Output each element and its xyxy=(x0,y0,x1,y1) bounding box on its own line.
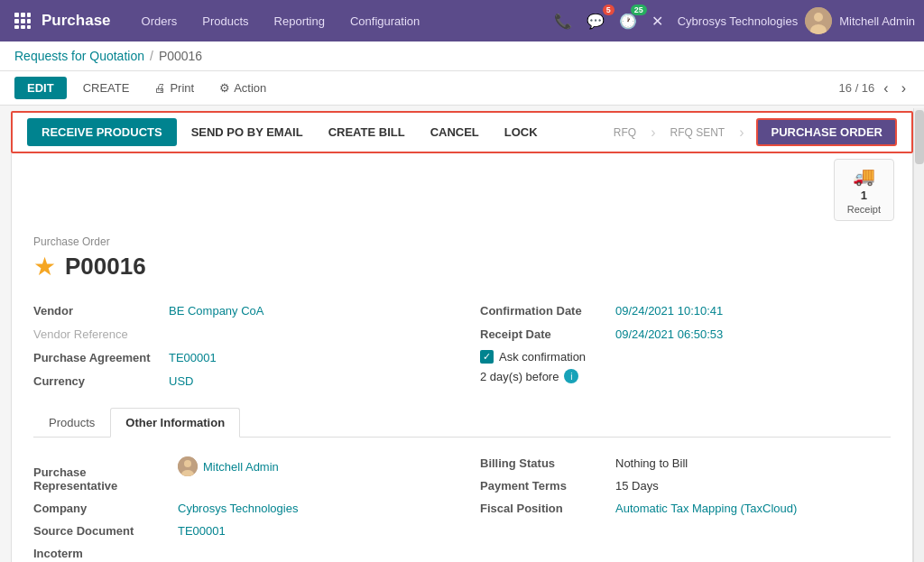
pagination-text: 16 / 16 xyxy=(839,81,875,95)
nav-configuration[interactable]: Configuration xyxy=(337,0,432,41)
company-label: Company xyxy=(33,502,178,515)
company-name: Cybrosys Technologies xyxy=(678,14,798,28)
action-bar: EDIT CREATE 🖨 Print ⚙ Action 16 / 16 ‹ › xyxy=(0,71,924,106)
confirmation-date-row: Confirmation Date 09/24/2021 10:10:41 xyxy=(480,299,891,323)
tab-other-information[interactable]: Other Information xyxy=(110,408,240,438)
cancel-button[interactable]: CANCEL xyxy=(420,120,490,144)
receipt-icon: 🚚 xyxy=(853,165,875,187)
incoterm-label: Incoterm xyxy=(33,547,178,560)
info-icon[interactable]: i xyxy=(564,369,578,383)
billing-status-label: Billing Status xyxy=(480,456,615,470)
purchase-agreement-row: Purchase Agreement TE00001 xyxy=(33,346,444,370)
purchase-agreement-value[interactable]: TE00001 xyxy=(169,351,217,364)
action-label: Action xyxy=(234,81,266,95)
fiscal-position-label: Fiscal Position xyxy=(480,502,615,515)
purchase-rep-label: PurchaseRepresentative xyxy=(33,465,178,493)
source-doc-label: Source Document xyxy=(33,524,178,538)
prev-arrow[interactable]: ‹ xyxy=(880,78,892,98)
scrollbar[interactable] xyxy=(913,108,924,562)
main-content: Purchase Order ★ P00016 Vendor BE Compan… xyxy=(11,221,913,562)
receipt-label: Receipt xyxy=(847,204,881,215)
action-button[interactable]: ⚙ Action xyxy=(210,77,275,99)
currency-value[interactable]: USD xyxy=(169,374,193,388)
status-steps: RFQ › RFQ SENT › xyxy=(601,123,746,143)
rep-row: Mitchell Admin xyxy=(178,456,279,476)
purchase-order-button[interactable]: PURCHASE ORDER xyxy=(756,118,897,146)
currency-label: Currency xyxy=(33,374,169,388)
vendor-ref-label: Vendor Reference xyxy=(33,327,169,341)
vendor-label: Vendor xyxy=(33,304,169,318)
company-value[interactable]: Cybrosys Technologies xyxy=(178,502,298,515)
receive-products-button[interactable]: RECEIVE PRODUCTS xyxy=(27,118,177,146)
payment-terms-row: Payment Terms 15 Days xyxy=(480,474,891,497)
source-doc-value[interactable]: TE00001 xyxy=(178,524,226,538)
print-button[interactable]: 🖨 Print xyxy=(145,77,203,99)
vendor-value[interactable]: BE Company CoA xyxy=(169,304,264,318)
source-doc-row: Source Document TE00001 xyxy=(33,520,444,542)
nav-right: 📞 💬 5 🕐 25 ✕ Cybrosys Technologies Mitch… xyxy=(550,7,915,34)
svg-rect-8 xyxy=(27,25,31,29)
send-po-button[interactable]: SEND PO BY EMAIL xyxy=(180,120,314,144)
tab-products[interactable]: Products xyxy=(33,408,110,438)
grid-icon[interactable] xyxy=(9,7,36,34)
vendor-ref-row: Vendor Reference xyxy=(33,323,444,346)
activity-badge: 25 xyxy=(631,5,647,15)
create-bill-button[interactable]: CREATE BILL xyxy=(318,120,416,144)
nav-products[interactable]: Products xyxy=(189,0,261,41)
purchase-rep-value[interactable]: Mitchell Admin xyxy=(203,460,279,474)
messages-badge-wrap[interactable]: 💬 5 xyxy=(583,9,608,33)
lock-button[interactable]: LOCK xyxy=(494,120,549,144)
next-arrow[interactable]: › xyxy=(898,78,910,98)
svg-rect-0 xyxy=(14,13,19,17)
print-label: Print xyxy=(170,81,194,95)
breadcrumb-sep: / xyxy=(150,49,153,63)
status-rfq: RFQ xyxy=(601,123,649,143)
nav-reporting[interactable]: Reporting xyxy=(262,0,337,41)
phone-icon[interactable]: 📞 xyxy=(550,9,576,33)
receipt-badge[interactable]: 🚚 1 Receipt xyxy=(834,159,894,221)
edit-button[interactable]: EDIT xyxy=(14,77,67,99)
close-icon[interactable]: ✕ xyxy=(648,9,667,33)
tabs-bar: Products Other Information xyxy=(33,408,891,438)
svg-rect-7 xyxy=(21,25,25,29)
svg-rect-6 xyxy=(14,25,19,29)
incoterm-row: Incoterm xyxy=(33,542,444,562)
ask-confirmation-label: Ask confirmation xyxy=(499,350,586,364)
confirmation-date-value[interactable]: 09/24/2021 10:10:41 xyxy=(615,304,723,318)
billing-status-row: Billing Status Nothing to Bill xyxy=(480,452,891,474)
payment-terms-label: Payment Terms xyxy=(480,479,615,493)
po-number: P00016 xyxy=(65,253,146,281)
other-info-left: PurchaseRepresentative Mitchell Admin xyxy=(33,452,444,562)
star-icon[interactable]: ★ xyxy=(33,252,56,281)
status-rfq-sent: RFQ SENT xyxy=(657,123,737,143)
svg-point-13 xyxy=(184,460,191,467)
breadcrumb-parent[interactable]: Requests for Quotation xyxy=(14,49,144,63)
confirmation-date-label: Confirmation Date xyxy=(480,304,615,318)
days-before-value: 2 day(s) before xyxy=(480,370,559,383)
breadcrumb-current: P00016 xyxy=(159,49,202,63)
receipt-date-label: Receipt Date xyxy=(480,327,615,341)
nav-orders[interactable]: Orders xyxy=(129,0,190,41)
form-left: Vendor BE Company CoA Vendor Reference P… xyxy=(33,299,444,393)
create-button[interactable]: CREATE xyxy=(74,77,139,99)
fiscal-position-value[interactable]: Automatic Tax Mapping (TaxCloud) xyxy=(615,502,797,515)
breadcrumb: Requests for Quotation / P00016 xyxy=(0,41,924,71)
scroll-thumb[interactable] xyxy=(915,110,924,164)
currency-row: Currency USD xyxy=(33,370,444,393)
activity-badge-wrap[interactable]: 🕐 25 xyxy=(615,9,641,33)
pagination-area: 16 / 16 ‹ › xyxy=(839,78,910,98)
vendor-row: Vendor BE Company CoA xyxy=(33,299,444,323)
svg-rect-1 xyxy=(21,13,25,17)
nav-links: Orders Products Reporting Configuration xyxy=(129,0,550,41)
status-arrow-1: › xyxy=(651,124,655,141)
status-arrow-2: › xyxy=(739,124,744,141)
company-row: Company Cybrosys Technologies xyxy=(33,497,444,520)
svg-rect-4 xyxy=(21,19,25,23)
receipt-area: 🚚 1 Receipt xyxy=(11,153,913,221)
tab-other-information-content: PurchaseRepresentative Mitchell Admin xyxy=(33,438,891,562)
purchase-agreement-label: Purchase Agreement xyxy=(33,351,169,364)
receipt-date-value[interactable]: 09/24/2021 06:50:53 xyxy=(615,327,723,341)
ask-confirmation-checkbox[interactable]: ✓ xyxy=(480,350,494,364)
svg-rect-5 xyxy=(27,19,31,23)
rep-avatar xyxy=(178,456,198,476)
